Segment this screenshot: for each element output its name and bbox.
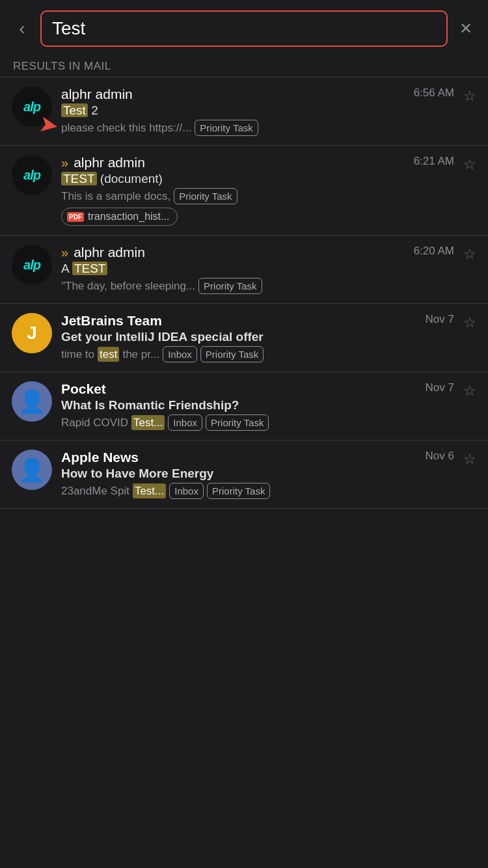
close-button[interactable]: ✕	[455, 20, 476, 38]
search-header: ‹ ✕	[0, 0, 488, 55]
email-preview: Rapid COVID Test... Inbox Priority Task	[61, 414, 454, 431]
email-time: Nov 6	[426, 450, 454, 463]
pdf-icon: PDF	[67, 212, 84, 222]
star-icon[interactable]: ☆	[463, 88, 476, 105]
avatar: alp	[12, 155, 52, 195]
email-preview: "The day, before sleeping... Priority Ta…	[61, 278, 454, 294]
email-sender: Apple News	[61, 450, 139, 465]
email-time: Nov 7	[426, 313, 454, 326]
email-sender: alphr admin	[61, 87, 133, 102]
email-time: 6:20 AM	[414, 245, 454, 258]
email-subject: Test 2	[61, 103, 454, 118]
search-input[interactable]	[40, 10, 448, 47]
email-preview: please check this https://... Priority T…	[61, 120, 454, 136]
email-time: Nov 7	[426, 381, 454, 394]
email-subject: What Is Romantic Friendship?	[61, 398, 454, 413]
email-time: 6:56 AM	[414, 87, 454, 100]
avatar: alp	[12, 245, 52, 285]
person-icon: 👤	[18, 388, 46, 414]
email-content: » alphr admin 6:20 AM A TEST "The day, b…	[61, 245, 454, 294]
attachment-name: transaction_hist...	[88, 211, 169, 223]
results-section-header: RESULTS IN MAIL	[0, 55, 488, 77]
email-content: Apple News Nov 6 How to Have More Energy…	[61, 450, 454, 499]
email-sender: JetBrains Team	[61, 313, 162, 329]
email-preview: This is a sample docs, Priority Task	[61, 188, 454, 204]
avatar: 👤	[12, 381, 52, 422]
email-preview: time to test the pr... Inbox Priority Ta…	[61, 346, 454, 362]
email-item[interactable]: alp » alphr admin 6:20 AM A TEST "The da…	[0, 236, 488, 304]
email-item[interactable]: alp ➤ alphr admin 6:56 AM Test 2 please …	[0, 77, 488, 146]
email-time: 6:21 AM	[414, 155, 454, 168]
email-sender: Pocket	[61, 381, 106, 397]
back-button[interactable]: ‹	[12, 18, 33, 39]
star-icon[interactable]: ☆	[463, 451, 476, 468]
email-content: Pocket Nov 7 What Is Romantic Friendship…	[61, 381, 454, 431]
email-item[interactable]: J JetBrains Team Nov 7 Get your IntelliJ…	[0, 304, 488, 372]
email-content: JetBrains Team Nov 7 Get your IntelliJ I…	[61, 313, 454, 362]
attachment: PDF transaction_hist...	[61, 208, 178, 226]
email-sender: » alphr admin	[61, 245, 145, 260]
email-item[interactable]: alp » alphr admin 6:21 AM TEST (document…	[0, 146, 488, 236]
star-icon[interactable]: ☆	[463, 314, 476, 331]
email-subject: Get your IntelliJ IDEA special offer	[61, 330, 454, 344]
red-arrow-icon: ➤	[37, 110, 61, 141]
email-subject: How to Have More Energy	[61, 467, 454, 481]
email-list: alp ➤ alphr admin 6:56 AM Test 2 please …	[0, 77, 488, 509]
email-subject: A TEST	[61, 262, 454, 276]
star-icon[interactable]: ☆	[463, 383, 476, 400]
avatar: J	[12, 313, 52, 353]
email-content: » alphr admin 6:21 AM TEST (document) Th…	[61, 155, 454, 226]
star-icon[interactable]: ☆	[463, 246, 476, 263]
email-item[interactable]: 👤 Apple News Nov 6 How to Have More Ener…	[0, 441, 488, 509]
email-item[interactable]: 👤 Pocket Nov 7 What Is Romantic Friendsh…	[0, 372, 488, 441]
email-content: alphr admin 6:56 AM Test 2 please check …	[61, 87, 454, 136]
email-preview: 23andMe Spit Test... Inbox Priority Task	[61, 483, 454, 499]
email-sender: » alphr admin	[61, 155, 145, 170]
star-icon[interactable]: ☆	[463, 156, 476, 173]
person-icon: 👤	[18, 457, 46, 483]
email-subject: TEST (document)	[61, 172, 454, 186]
avatar: 👤	[12, 450, 52, 490]
